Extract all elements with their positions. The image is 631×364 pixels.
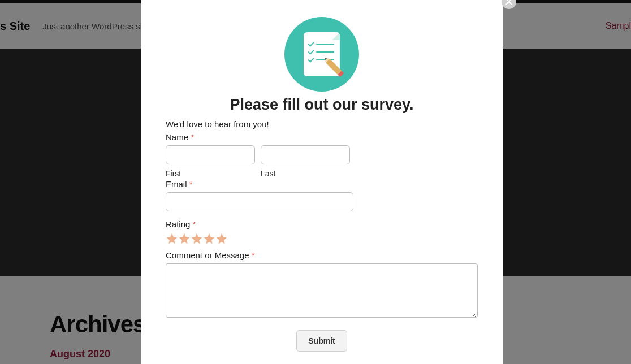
comment-label-text: Comment or Message	[166, 250, 249, 260]
required-asterisk: *	[252, 250, 255, 260]
star-1[interactable]	[166, 232, 178, 245]
required-asterisk: *	[189, 179, 193, 189]
survey-modal: Please fill out our survey. We'd love to…	[141, 0, 503, 364]
modal-intro: We'd love to hear from you!	[166, 119, 478, 129]
name-label-text: Name	[166, 132, 188, 142]
survey-clipboard-icon	[284, 17, 359, 92]
rating-label-text: Rating	[166, 219, 190, 229]
last-name-sublabel: Last	[261, 169, 350, 178]
star-5[interactable]	[215, 232, 228, 245]
email-label: Email *	[166, 179, 478, 189]
modal-title: Please fill out our survey.	[166, 96, 478, 114]
star-3[interactable]	[191, 232, 203, 245]
required-asterisk: *	[191, 132, 194, 142]
rating-label: Rating *	[166, 219, 478, 229]
email-label-text: Email	[166, 179, 187, 189]
required-asterisk: *	[193, 219, 196, 229]
name-label: Name *	[166, 132, 478, 142]
star-2[interactable]	[178, 232, 191, 245]
star-4[interactable]	[203, 232, 215, 245]
first-name-input[interactable]	[166, 145, 255, 164]
comment-label: Comment or Message *	[166, 250, 478, 260]
rating-stars	[166, 232, 478, 245]
submit-button[interactable]: Submit	[296, 330, 347, 352]
last-name-input[interactable]	[261, 145, 350, 164]
comment-textarea[interactable]	[166, 263, 478, 318]
close-icon	[505, 0, 512, 5]
email-input[interactable]	[166, 192, 353, 211]
first-name-sublabel: First	[166, 169, 255, 178]
